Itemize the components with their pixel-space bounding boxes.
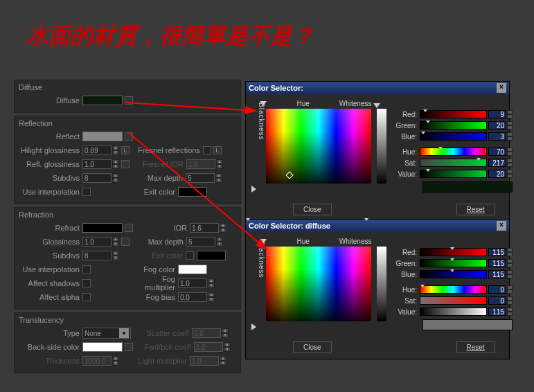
spinner-up[interactable]: ▲ bbox=[112, 159, 119, 164]
sat-slider[interactable] bbox=[420, 159, 487, 167]
spinner-up[interactable]: ▲ bbox=[208, 292, 215, 297]
value-value[interactable]: 115 bbox=[488, 308, 506, 316]
spinner-down[interactable]: ▼ bbox=[215, 178, 222, 183]
spinner-up[interactable]: ▲ bbox=[112, 145, 119, 150]
spinner-down[interactable] bbox=[507, 174, 513, 178]
red-slider[interactable] bbox=[420, 248, 487, 256]
reset-button[interactable]: Reset bbox=[456, 204, 495, 215]
sat-value[interactable]: 217 bbox=[488, 159, 506, 167]
close-icon[interactable]: × bbox=[497, 83, 506, 93]
max-depth-input[interactable] bbox=[186, 237, 215, 247]
gloss-input[interactable] bbox=[82, 237, 112, 247]
type-dropdown[interactable]: None ▼ bbox=[82, 328, 131, 339]
blue-value[interactable]: 115 bbox=[488, 270, 506, 278]
reflect-map-slot[interactable] bbox=[125, 132, 133, 141]
spinner-up[interactable]: ▲ bbox=[112, 173, 119, 178]
spinner-up[interactable]: ▲ bbox=[215, 173, 222, 178]
blue-slider[interactable] bbox=[420, 270, 487, 278]
spinner-down[interactable] bbox=[507, 274, 513, 278]
exit-color-swatch[interactable] bbox=[197, 251, 226, 260]
spinner-down[interactable]: ▼ bbox=[208, 283, 215, 288]
use-interp-checkbox[interactable] bbox=[82, 265, 91, 274]
green-value[interactable]: 20 bbox=[488, 121, 506, 130]
affect-shadows-checkbox[interactable] bbox=[82, 279, 91, 287]
spinner-up[interactable]: ▲ bbox=[208, 278, 215, 283]
map-slot[interactable] bbox=[125, 343, 133, 351]
hue-value[interactable]: 0 bbox=[488, 285, 506, 294]
spinner-down[interactable]: ▼ bbox=[112, 242, 119, 247]
spinner-up[interactable]: ▲ bbox=[220, 223, 226, 228]
whiteness-bar[interactable] bbox=[377, 109, 386, 184]
blue-slider[interactable] bbox=[420, 132, 487, 141]
spinner-down[interactable]: ▼ bbox=[112, 256, 119, 260]
hue-marker[interactable] bbox=[260, 239, 267, 244]
spinner-down[interactable] bbox=[507, 114, 513, 118]
spinner-down[interactable] bbox=[507, 125, 513, 130]
close-button[interactable]: Close bbox=[293, 341, 332, 353]
close-icon[interactable]: × bbox=[497, 221, 506, 231]
red-slider[interactable] bbox=[420, 110, 487, 118]
refl-gloss-input[interactable] bbox=[82, 159, 112, 169]
green-value[interactable]: 115 bbox=[488, 259, 506, 267]
spinner-down[interactable] bbox=[507, 163, 513, 167]
spinner-down[interactable] bbox=[507, 152, 513, 156]
hue-marker[interactable] bbox=[260, 101, 267, 106]
value-slider[interactable] bbox=[420, 308, 487, 316]
spinner-up[interactable]: ▲ bbox=[112, 237, 119, 242]
diffuse-map-slot[interactable] bbox=[125, 96, 133, 105]
blackness-marker[interactable] bbox=[251, 323, 256, 330]
blackness-marker[interactable] bbox=[251, 186, 256, 193]
fresnel-checkbox[interactable] bbox=[203, 146, 211, 154]
spinner-down[interactable] bbox=[507, 252, 513, 256]
hue-slider[interactable] bbox=[420, 285, 487, 294]
use-interp-checkbox[interactable] bbox=[82, 188, 91, 196]
backside-swatch[interactable] bbox=[82, 342, 123, 352]
green-slider[interactable] bbox=[420, 121, 487, 130]
map-slot[interactable] bbox=[121, 238, 130, 246]
fog-mult-input[interactable] bbox=[178, 278, 207, 288]
map-slot[interactable] bbox=[125, 224, 133, 232]
red-value[interactable]: 9 bbox=[488, 110, 506, 118]
spinner-down[interactable] bbox=[507, 289, 513, 294]
value-value[interactable]: 20 bbox=[488, 170, 506, 178]
spinner-down[interactable]: ▼ bbox=[216, 242, 223, 247]
reflect-swatch[interactable] bbox=[82, 132, 123, 141]
hue-value[interactable]: 70 bbox=[488, 148, 506, 156]
diffuse-swatch[interactable] bbox=[82, 96, 123, 105]
close-button[interactable]: Close bbox=[293, 204, 332, 215]
whiteness-marker[interactable] bbox=[373, 103, 380, 108]
blue-value[interactable]: 3 bbox=[488, 132, 506, 141]
affect-alpha-checkbox[interactable] bbox=[82, 293, 91, 301]
window-titlebar[interactable]: Color Selector: diffuse × bbox=[246, 220, 509, 232]
spinner-down[interactable]: ▼ bbox=[112, 178, 119, 183]
hue-gradient[interactable] bbox=[266, 109, 371, 184]
subdivs-input[interactable] bbox=[82, 173, 112, 183]
spinner-down[interactable]: ▼ bbox=[208, 297, 215, 302]
spinner-down[interactable]: ▼ bbox=[220, 228, 226, 233]
fresnel-lock[interactable]: L bbox=[213, 146, 222, 154]
red-value[interactable]: 115 bbox=[488, 248, 506, 256]
reset-button[interactable]: Reset bbox=[456, 341, 495, 353]
hilight-gloss-input[interactable] bbox=[82, 145, 112, 155]
subdivs-input[interactable] bbox=[82, 251, 112, 260]
map-slot[interactable] bbox=[121, 160, 130, 168]
fog-bias-input[interactable] bbox=[178, 292, 207, 302]
spinner-down[interactable]: ▼ bbox=[112, 150, 119, 155]
window-titlebar[interactable]: Color Selector: × bbox=[246, 82, 509, 94]
hue-gradient[interactable] bbox=[266, 247, 371, 321]
spinner-up[interactable]: ▲ bbox=[112, 251, 119, 256]
ior-input[interactable] bbox=[190, 223, 219, 233]
hue-slider[interactable] bbox=[420, 148, 487, 156]
spinner-up[interactable]: ▲ bbox=[216, 237, 223, 242]
sat-slider[interactable] bbox=[420, 296, 487, 305]
fog-color-swatch[interactable] bbox=[178, 265, 207, 274]
refract-swatch[interactable] bbox=[82, 223, 123, 233]
spinner-down[interactable] bbox=[507, 263, 513, 267]
whiteness-bar[interactable] bbox=[377, 247, 386, 321]
exit-color-checkbox[interactable] bbox=[186, 251, 194, 260]
green-slider[interactable] bbox=[420, 259, 487, 267]
sat-value[interactable]: 0 bbox=[488, 296, 506, 305]
spinner-down[interactable] bbox=[507, 312, 513, 316]
lock-button[interactable]: L bbox=[121, 146, 130, 154]
spinner-down[interactable] bbox=[507, 301, 513, 305]
